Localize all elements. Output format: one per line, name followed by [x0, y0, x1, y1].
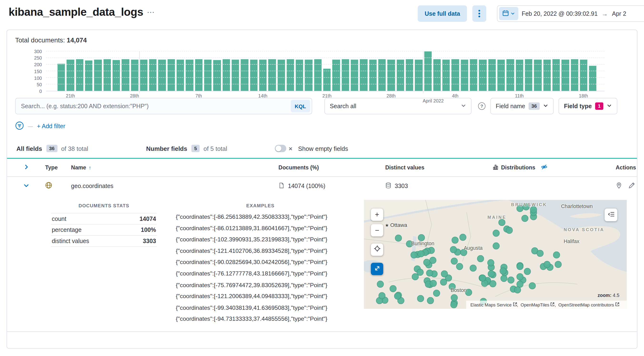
stats-value: 3303 [143, 238, 156, 244]
map-label: MAINE [488, 215, 506, 220]
title-wrap: kibana_sample_data_logs ··· [8, 6, 155, 18]
panel-filler [7, 332, 637, 348]
column-header-actions: Actions [609, 164, 642, 170]
search-input[interactable] [15, 98, 312, 114]
number-fields-count-badge: 5 [191, 145, 200, 152]
kebab-dot [478, 10, 480, 12]
column-header-distributions[interactable]: Distributions [486, 164, 609, 171]
map-attribution-link[interactable]: Elastic Maps Service [470, 302, 517, 307]
histogram-bar [571, 59, 578, 91]
gridline [46, 64, 604, 65]
map-attribution-link[interactable]: OpenMapTiles [520, 302, 554, 307]
example-value: {"coordinates":[-86.01213889,31.86041667… [176, 223, 345, 234]
geo-point-icon [45, 182, 52, 190]
example-value: {"coordinates":[-75.76974472,39.83052639… [176, 279, 345, 291]
use-full-data-button[interactable]: Use full data [418, 5, 467, 22]
map-point [498, 219, 506, 226]
filter-bar: — + Add filter [7, 121, 637, 131]
map-point [460, 234, 466, 241]
column-header-documents[interactable]: Documents (%) [272, 164, 378, 170]
histogram-bar [112, 60, 120, 91]
add-filter-link[interactable]: + Add filter [37, 123, 65, 130]
histogram-bar [149, 59, 157, 91]
map-label: BRUNSWICK [511, 202, 548, 207]
map-point [514, 286, 521, 293]
map-legend-toggle-button[interactable] [604, 209, 617, 221]
gridline [46, 58, 604, 58]
zoom-in-button[interactable]: + [371, 209, 383, 221]
example-value: {"coordinates":[-121.4102706,36.89334528… [176, 245, 345, 257]
documents-histogram: 050100150200250300 21th28th7th14th21th28… [46, 52, 604, 91]
attribution-separator: , [517, 302, 519, 307]
page-title: kibana_sample_data_logs [8, 6, 143, 18]
x-axis-tick-label: 21th [322, 93, 332, 98]
expand-map-button[interactable] [371, 263, 383, 275]
field-type-cell [38, 182, 64, 190]
document-icon [278, 182, 285, 190]
number-fields-total: of 5 total [204, 145, 227, 152]
toggle-knob [276, 146, 281, 151]
x-axis-tick-label: 21th [66, 93, 75, 98]
map-point [524, 268, 531, 275]
map-point [508, 277, 514, 284]
map-attribution-link[interactable]: OpenStreetMap contributors [558, 302, 620, 307]
kebab-menu-button[interactable] [472, 5, 486, 22]
filter-separator: — [28, 123, 33, 129]
start-date-button[interactable]: Feb 20, 2022 @ 00:39:02.91 [520, 10, 599, 17]
map-point [477, 255, 484, 262]
show-empty-fields-toggle[interactable] [275, 145, 286, 152]
collapse-row-button[interactable] [23, 182, 29, 189]
map-point [544, 261, 550, 268]
eye-slash-icon [541, 164, 548, 171]
field-actions-cell [609, 182, 644, 190]
hide-distributions-button[interactable] [541, 164, 548, 171]
total-documents-label: Total documents: [15, 37, 65, 44]
example-value: {"coordinates":[-86.25613889,42.35083333… [176, 211, 345, 223]
explore-in-maps-button[interactable] [616, 182, 622, 190]
stats-value: 14074 [140, 215, 156, 222]
map-point [450, 246, 457, 253]
expand-all-button[interactable] [23, 164, 29, 171]
calendar-icon [502, 10, 509, 18]
chevron-down-icon [607, 103, 612, 109]
fit-to-data-button[interactable] [371, 244, 383, 256]
chevron-down-icon [511, 11, 515, 17]
map-point [506, 227, 513, 234]
kql-button[interactable]: KQL [290, 100, 310, 112]
title-options-button[interactable]: ··· [147, 9, 155, 16]
map-point [487, 260, 494, 266]
zoom-out-button[interactable]: − [371, 224, 383, 237]
map-point [530, 206, 537, 213]
map-label: Charlottetown [561, 204, 592, 209]
examples-list: {"coordinates":[-86.25613889,42.35083333… [176, 211, 345, 325]
histogram-bar [241, 59, 248, 91]
edit-field-button[interactable] [628, 182, 635, 190]
chevron-right-icon [23, 164, 29, 171]
column-header-type[interactable]: Type [38, 164, 64, 170]
map-pin-icon [616, 182, 622, 190]
y-axis-label: 150 [34, 69, 42, 74]
map-point [500, 268, 506, 274]
field-row-geo-coordinates[interactable]: geo.coordinates 14074 (100%) 3303 [7, 177, 637, 195]
map-point [553, 251, 560, 258]
end-date-button[interactable]: Apr 2 [610, 10, 628, 17]
stats-label: count [52, 215, 66, 222]
calendar-button[interactable] [499, 7, 518, 20]
table-header-row: Type Name ↑ Documents (%) Distinct value… [7, 159, 637, 177]
map-label: NOVA SCOTIA [564, 227, 604, 232]
map-point [394, 293, 401, 299]
x-axis-tick-label: 11th [515, 93, 524, 98]
expand-all-cell [7, 164, 38, 171]
field-documents-cell: 14074 (100%) [272, 182, 378, 190]
histogram-bar [378, 59, 386, 91]
map-point [452, 237, 458, 244]
column-header-distinct-values[interactable]: Distinct values [378, 164, 485, 170]
map-preview[interactable]: BRUNSWICKCharlottetownMAINENOVA SCOTIAHa… [364, 200, 627, 309]
map-label: Burlington [411, 241, 434, 246]
attribution-separator: , [554, 302, 557, 307]
map-point [430, 280, 437, 287]
kibana-data-visualizer-page: kibana_sample_data_logs ··· Use full dat… [0, 0, 644, 356]
pinned-filters-button[interactable] [15, 121, 24, 131]
histogram-bar [589, 66, 597, 91]
column-header-name[interactable]: Name ↑ [64, 164, 272, 170]
